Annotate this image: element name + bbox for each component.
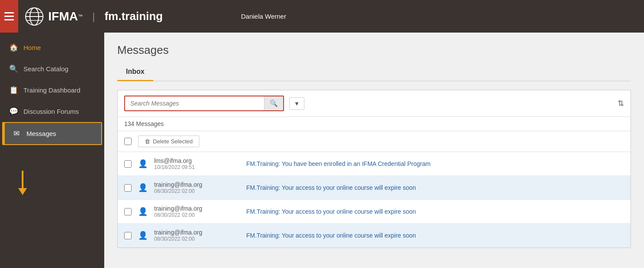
table-row: 👤 training@ifma.org 08/30/2022 02:00 FM.… bbox=[118, 200, 631, 224]
sender-date: 08/30/2022 02:00 bbox=[154, 236, 241, 242]
sidebar-label-messages: Messages bbox=[26, 130, 56, 137]
select-all-checkbox[interactable] bbox=[124, 138, 132, 145]
sidebar-item-training-dashboard[interactable]: 📋 Training Dashboard bbox=[0, 79, 104, 101]
sidebar-label-search-catalog: Search Catalog bbox=[23, 65, 68, 73]
sidebar-label-home: Home bbox=[23, 44, 41, 51]
table-row: 👤 training@ifma.org 08/30/2022 02:00 FM.… bbox=[118, 176, 631, 200]
row-checkbox[interactable] bbox=[124, 160, 132, 168]
avatar: 👤 bbox=[137, 182, 149, 194]
arrow-shaft bbox=[22, 171, 23, 188]
avatar: 👤 bbox=[137, 229, 149, 242]
page-title: Messages bbox=[117, 43, 631, 57]
sender-email: training@ifma.org bbox=[154, 181, 241, 188]
hamburger-line bbox=[4, 19, 14, 20]
hamburger-button[interactable] bbox=[0, 0, 18, 33]
message-subject[interactable]: FM.Training: Your access to your online … bbox=[246, 208, 416, 215]
search-bar: 🔍 ▼ ⇅ bbox=[118, 90, 631, 117]
hamburger-line bbox=[4, 12, 14, 13]
row-checkbox[interactable] bbox=[124, 208, 132, 215]
user-name: Daniela Werner bbox=[241, 13, 286, 20]
row-checkbox[interactable] bbox=[124, 184, 132, 192]
delete-selected-button[interactable]: 🗑 Delete Selected bbox=[138, 136, 199, 147]
sidebar-item-discussion-forums[interactable]: 💬 Discussion Forums bbox=[0, 101, 104, 122]
filter-dropdown-button[interactable]: ▼ bbox=[289, 97, 304, 110]
table-row: 👤 training@ifma.org 08/30/2022 02:00 FM.… bbox=[118, 224, 631, 248]
sender-info: training@ifma.org 08/30/2022 02:00 bbox=[154, 205, 241, 218]
toolbar: 🗑 Delete Selected bbox=[118, 131, 631, 152]
message-subject[interactable]: FM.Training: Your access to your online … bbox=[246, 232, 416, 239]
header: IFMA™ | fm.training Daniela Werner bbox=[0, 0, 644, 33]
sidebar: 🏠 Home 🔍 Search Catalog 📋 Training Dashb… bbox=[0, 33, 104, 268]
header-separator: | bbox=[92, 10, 95, 23]
sender-email: training@ifma.org bbox=[154, 205, 241, 212]
search-input[interactable] bbox=[125, 97, 264, 110]
discussion-forums-icon: 💬 bbox=[9, 107, 18, 116]
avatar: 👤 bbox=[137, 205, 149, 218]
avatar: 👤 bbox=[137, 158, 149, 170]
logo-text: IFMA™ bbox=[48, 10, 83, 23]
row-checkbox[interactable] bbox=[124, 232, 132, 239]
message-subject[interactable]: FM.Training: Your access to your online … bbox=[246, 184, 416, 191]
sender-info: training@ifma.org 08/30/2022 02:00 bbox=[154, 229, 241, 242]
logo-area: IFMA™ | fm.training bbox=[25, 7, 163, 26]
sender-email: training@ifma.org bbox=[154, 229, 241, 236]
sort-button[interactable]: ⇅ bbox=[618, 99, 624, 108]
table-row: 👤 lms@ifma.org 10/18/2022 09:51 FM.Train… bbox=[118, 152, 631, 176]
active-indicator bbox=[3, 123, 5, 144]
tab-bar: Inbox bbox=[117, 63, 631, 81]
sidebar-item-messages[interactable]: ✉ Messages bbox=[2, 122, 102, 145]
site-name: fm.training bbox=[105, 10, 163, 23]
message-subject[interactable]: FM.Training: You have been enrolled in a… bbox=[246, 160, 430, 167]
sidebar-label-discussion-forums: Discussion Forums bbox=[23, 108, 79, 115]
home-icon: 🏠 bbox=[9, 43, 18, 52]
sender-date: 10/18/2022 09:51 bbox=[154, 164, 241, 170]
sender-info: training@ifma.org 08/30/2022 02:00 bbox=[154, 181, 241, 194]
trash-icon: 🗑 bbox=[145, 138, 150, 145]
search-catalog-icon: 🔍 bbox=[9, 64, 18, 73]
hamburger-line bbox=[4, 16, 14, 17]
search-button[interactable]: 🔍 bbox=[264, 96, 283, 110]
arrow-head bbox=[18, 188, 27, 195]
arrow-indicator bbox=[18, 171, 27, 195]
sidebar-label-training-dashboard: Training Dashboard bbox=[23, 86, 80, 94]
main-layout: 🏠 Home 🔍 Search Catalog 📋 Training Dashb… bbox=[0, 33, 644, 268]
sender-date: 08/30/2022 02:00 bbox=[154, 212, 241, 218]
tab-inbox[interactable]: Inbox bbox=[117, 63, 153, 81]
messages-icon: ✉ bbox=[12, 129, 21, 138]
content-area: Messages Inbox 🔍 ▼ ⇅ 134 Messages bbox=[104, 33, 644, 268]
message-count: 134 Messages bbox=[118, 117, 631, 131]
search-input-group: 🔍 bbox=[124, 96, 284, 111]
sidebar-item-home[interactable]: 🏠 Home bbox=[0, 37, 104, 58]
sender-date: 08/30/2022 02:00 bbox=[154, 188, 241, 194]
sender-info: lms@ifma.org 10/18/2022 09:51 bbox=[154, 157, 241, 170]
sender-email: lms@ifma.org bbox=[154, 157, 241, 164]
globe-icon bbox=[25, 7, 44, 26]
arrow-indicator-container bbox=[0, 145, 104, 171]
delete-label: Delete Selected bbox=[153, 138, 193, 145]
messages-panel: 🔍 ▼ ⇅ 134 Messages 🗑 Delete Selected � bbox=[117, 90, 631, 248]
sidebar-item-search-catalog[interactable]: 🔍 Search Catalog bbox=[0, 58, 104, 79]
training-dashboard-icon: 📋 bbox=[9, 86, 18, 95]
